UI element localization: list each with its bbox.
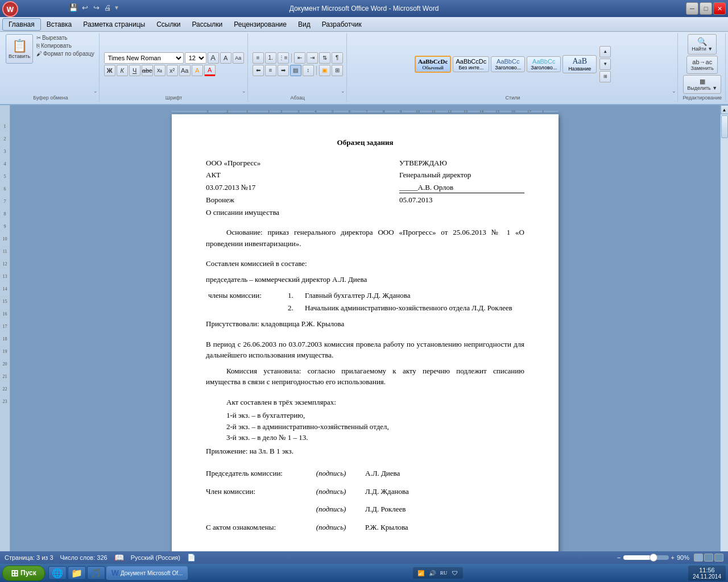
paragraph-expander[interactable]: ⌄ xyxy=(341,88,345,94)
style-heading1-btn[interactable]: AaBbCc Заголово... xyxy=(491,56,525,72)
clear-format-btn[interactable]: Aa xyxy=(233,52,244,64)
justify-btn[interactable]: ▤ xyxy=(290,65,301,76)
styles-scroll-up[interactable]: ▲ xyxy=(599,46,611,57)
undo-qa-btn[interactable]: ↩ xyxy=(80,2,90,13)
grow-font-btn[interactable]: A xyxy=(208,52,219,64)
cut-button[interactable]: ✂Вырезать xyxy=(35,34,96,41)
taskbar-explorer-btn[interactable]: 📁 xyxy=(68,566,86,580)
styles-expand[interactable]: ⊞ xyxy=(599,71,611,82)
styles-scroll-down[interactable]: ▼ xyxy=(599,59,611,70)
menu-mailings[interactable]: Рассылки xyxy=(186,19,228,30)
commission-text: Комиссия установила: согласно прилагаемо… xyxy=(206,365,524,388)
page-area[interactable]: 3 2 1 1 2 3 4 5 6 7 8 9 10 11 12 13 14 1… xyxy=(10,105,720,578)
present-text: Присутствовали: кладовщица Р.Ж. Крылова xyxy=(206,318,524,330)
copy1: 1-й экз. – в бухгалтерию, xyxy=(226,410,524,421)
qa-expand[interactable]: ▼ xyxy=(114,5,119,11)
document-page[interactable]: Образец задания ООО «Прогресс» УТВЕРЖДАЮ… xyxy=(172,114,559,578)
status-right: − + 90% xyxy=(617,554,723,562)
style-normal-btn[interactable]: AaBbCcDc Обычный xyxy=(415,56,452,73)
clipboard-expander[interactable]: ⌄ xyxy=(93,88,98,94)
style-title-btn[interactable]: AaВ Название xyxy=(562,55,597,73)
taskbar-chrome-btn[interactable]: 🌐 xyxy=(48,566,67,580)
sort-btn[interactable]: ⇅ xyxy=(319,52,330,64)
minimize-btn[interactable]: ─ xyxy=(686,2,698,15)
view-full-btn[interactable] xyxy=(704,554,713,562)
multilevel-btn[interactable]: ⋮≡ xyxy=(278,52,289,64)
font-name-select[interactable]: Times New Roman xyxy=(104,52,184,64)
paragraph-group-label: Абзац xyxy=(291,95,305,101)
clock-time: 11:56 xyxy=(693,567,721,573)
taskbar-media-btn[interactable]: 🎵 xyxy=(87,566,105,580)
vertical-scrollbar[interactable]: ▲ ▼ xyxy=(720,105,728,578)
style-no-spacing-btn[interactable]: AaBbCcDc Без инте... xyxy=(453,56,489,72)
replace-btn[interactable]: ab→ac Заменить xyxy=(686,56,717,74)
text-effects-btn[interactable]: Aa xyxy=(179,65,191,76)
menu-home[interactable]: Главная xyxy=(2,18,41,31)
menu-insert[interactable]: Вставка xyxy=(41,19,78,30)
spell-check-icon[interactable]: 📖 xyxy=(114,553,124,562)
print-qa-btn[interactable]: 🖨 xyxy=(102,2,113,13)
copy2: 2-й экз. – в административно-хозяйственн… xyxy=(226,421,524,433)
scroll-track[interactable] xyxy=(721,114,729,569)
subscript-btn[interactable]: x₂ xyxy=(154,65,166,76)
numbering-btn[interactable]: 1. xyxy=(265,52,276,64)
menu-view[interactable]: Вид xyxy=(292,19,316,30)
line-spacing-btn[interactable]: ↕ xyxy=(303,65,314,76)
font-size-select[interactable]: 12 xyxy=(185,52,206,64)
italic-btn[interactable]: К xyxy=(117,65,128,76)
underline-btn[interactable]: Ч xyxy=(129,65,140,76)
scroll-up-arrow[interactable]: ▲ xyxy=(721,105,729,114)
font-expander[interactable]: ⌄ xyxy=(242,88,246,94)
zoom-out-btn[interactable]: − xyxy=(617,554,621,561)
find-btn[interactable]: 🔍 Найти ▼ xyxy=(688,34,717,55)
align-right-btn[interactable]: ➡ xyxy=(278,65,289,76)
redo-qa-btn[interactable]: ↪ xyxy=(91,2,101,13)
menu-developer[interactable]: Разработчик xyxy=(316,19,367,30)
styles-expander[interactable]: ⌄ xyxy=(672,88,676,94)
member1-text: Главный бухгалтер Л.Д. Жданова xyxy=(303,289,524,302)
zoom-in-btn[interactable]: + xyxy=(671,554,675,561)
bold-btn[interactable]: Ж xyxy=(104,65,115,76)
tray-lang-icon: RU xyxy=(439,568,448,577)
bullets-btn[interactable]: ≡ xyxy=(253,52,264,64)
zoom-thumb[interactable] xyxy=(650,554,657,562)
scroll-thumb[interactable] xyxy=(721,115,728,138)
align-center-btn[interactable]: ≡ xyxy=(265,65,276,76)
paste-button[interactable]: 📋 Вставить xyxy=(6,34,33,64)
zoom-slider[interactable] xyxy=(623,555,669,560)
shading-btn[interactable]: ▣ xyxy=(319,65,330,76)
start-button[interactable]: ⊞ Пуск xyxy=(2,566,45,581)
font-color-btn[interactable]: A xyxy=(204,65,216,76)
member-row-1: члены комиссии: 1. Главный бухгалтер Л.Д… xyxy=(206,289,524,302)
align-left-btn[interactable]: ⬅ xyxy=(253,65,264,76)
zoom-control[interactable]: − + 90% xyxy=(617,554,689,561)
show-marks-btn[interactable]: ¶ xyxy=(332,52,343,64)
borders-btn[interactable]: ⊞ xyxy=(332,65,343,76)
view-print-btn[interactable] xyxy=(694,554,703,562)
increase-indent-btn[interactable]: ⇥ xyxy=(307,52,318,64)
clipboard-label: Буфер обмена xyxy=(33,95,68,101)
decrease-indent-btn[interactable]: ⇤ xyxy=(294,52,305,64)
format-painter-button[interactable]: 🖌Формат по образцу xyxy=(35,50,96,57)
doc-header-city-row: Воронеж 05.07.2013 xyxy=(206,194,524,206)
superscript-btn[interactable]: x² xyxy=(167,65,178,76)
menu-references[interactable]: Ссылки xyxy=(151,19,186,30)
maximize-btn[interactable]: □ xyxy=(700,2,712,15)
taskbar-clock: 11:56 24.11.2014 xyxy=(688,566,726,581)
save-qa-btn[interactable]: 💾 xyxy=(68,2,78,13)
close-btn[interactable]: ✕ xyxy=(713,2,726,15)
taskbar-word-btn[interactable]: W Документ Microsoft Of... xyxy=(106,566,188,580)
select-btn[interactable]: ▦ Выделить ▼ xyxy=(683,75,721,94)
member1-num: 1. xyxy=(286,289,303,302)
style-heading2-btn[interactable]: AaBbCc Заголово... xyxy=(527,56,561,72)
view-web-btn[interactable] xyxy=(714,554,723,562)
office-button[interactable]: W xyxy=(2,1,18,17)
menu-review[interactable]: Рецензирование xyxy=(228,19,292,30)
highlight-btn[interactable]: A xyxy=(192,65,203,76)
track-changes-icon: 📄 xyxy=(187,554,196,562)
shrink-font-btn[interactable]: A xyxy=(220,52,231,64)
sign4-sign: (подпись) xyxy=(297,522,365,533)
copy-button[interactable]: ⎘Копировать xyxy=(35,42,96,49)
strikethrough-btn[interactable]: abc xyxy=(142,65,153,76)
menu-layout[interactable]: Разметка страницы xyxy=(77,19,151,30)
